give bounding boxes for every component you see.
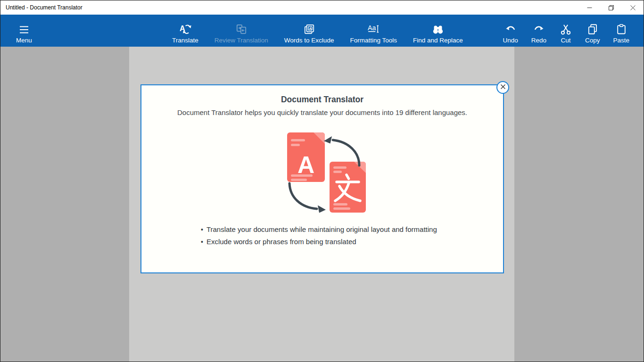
undo-button[interactable]: Undo [503, 15, 518, 47]
undo-label: Undo [503, 37, 518, 44]
dialog-title: Document Translator [141, 95, 503, 105]
formatting-tools-button[interactable]: Aa Formatting Tools [350, 15, 397, 47]
dialog-close-icon [500, 84, 506, 91]
source-document-graphic: A [287, 132, 325, 182]
welcome-dialog: Document Translator Document Translator … [140, 84, 504, 273]
review-translation-label: Review Translation [215, 37, 268, 44]
dialog-close-button[interactable] [496, 81, 509, 94]
menu-label: Menu [16, 37, 32, 44]
feature-list: Translate your documents while maintaini… [141, 223, 503, 248]
toolbar-edit-group: Undo Redo [503, 15, 629, 47]
menu-button[interactable]: Menu [11, 15, 37, 47]
redo-label: Redo [531, 37, 546, 44]
cut-label: Cut [561, 37, 570, 44]
translate-icon: A [179, 23, 191, 35]
app-window: Untitled - Document Translator [0, 0, 644, 362]
source-letter: A [297, 152, 314, 178]
paste-button[interactable]: Paste [613, 15, 629, 47]
undo-icon [504, 23, 517, 35]
dialog-subtitle: Document Translator helps you quickly tr… [141, 108, 503, 116]
toolbar: Menu A Translate [0, 15, 644, 47]
words-to-exclude-button[interactable]: A Words to Exclude [284, 15, 334, 47]
copy-icon [586, 23, 599, 35]
redo-button[interactable]: Redo [531, 15, 546, 47]
feature-item: Exclude words or phrases from being tran… [201, 236, 484, 248]
translation-illustration: A [275, 128, 370, 215]
translate-button[interactable]: A Translate [172, 15, 198, 47]
copy-button[interactable]: Copy [585, 15, 600, 47]
svg-text:A: A [309, 26, 312, 31]
toolbar-main-group: A Translate [172, 15, 463, 47]
restore-icon [609, 5, 614, 10]
translate-label: Translate [172, 37, 198, 44]
restore-button[interactable] [600, 0, 622, 15]
review-translation-icon [235, 23, 248, 35]
feature-item: Translate your documents while maintaini… [201, 223, 484, 236]
minimize-button[interactable] [578, 0, 600, 15]
close-icon [630, 5, 636, 10]
find-and-replace-button[interactable]: Find and Replace [413, 15, 463, 47]
cut-icon [560, 23, 572, 35]
words-to-exclude-label: Words to Exclude [284, 37, 334, 44]
paste-icon [615, 23, 627, 35]
find-and-replace-icon [432, 23, 444, 35]
svg-text:Aa: Aa [368, 24, 376, 32]
close-button[interactable] [622, 0, 644, 15]
words-to-exclude-icon: A [303, 23, 315, 35]
content-area: Document Translator Document Translator … [0, 47, 644, 362]
find-and-replace-label: Find and Replace [413, 37, 463, 44]
paste-label: Paste [613, 37, 629, 44]
hamburger-icon [17, 24, 31, 35]
minimize-icon [587, 5, 592, 10]
target-document-graphic [330, 162, 366, 213]
review-translation-button[interactable]: Review Translation [215, 15, 268, 47]
cut-button[interactable]: Cut [560, 15, 572, 47]
copy-label: Copy [585, 37, 600, 44]
redo-icon [533, 23, 545, 35]
formatting-tools-label: Formatting Tools [350, 37, 397, 44]
formatting-tools-icon: Aa [367, 23, 380, 35]
window-title: Untitled - Document Translator [6, 4, 83, 11]
titlebar: Untitled - Document Translator [0, 0, 644, 15]
